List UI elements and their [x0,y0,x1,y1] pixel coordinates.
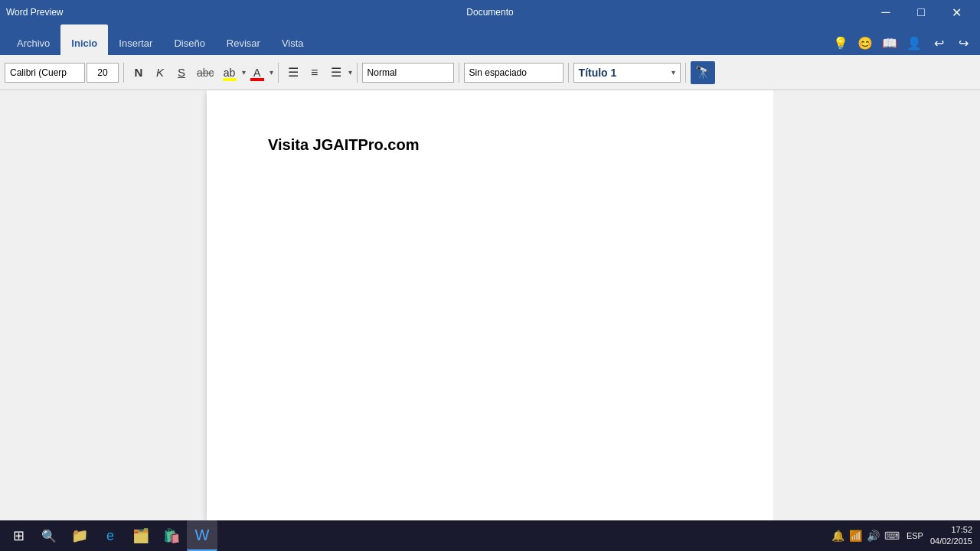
notification-icon[interactable]: 🔔 [831,530,844,542]
close-button[interactable]: ✕ [939,0,974,24]
emoji-icon[interactable]: 😊 [854,34,876,52]
lightbulb-icon[interactable]: 💡 [830,34,851,52]
separator-1 [123,63,124,83]
toolbar: N K S abc ab ▾ A ▾ ☰ ≡ ☰ ▾ Normal Sin es… [0,55,980,90]
align-dropdown-arrow[interactable]: ▾ [348,68,352,77]
underline-button[interactable]: S [172,63,191,83]
title-dropdown-arrow[interactable]: ▾ [671,68,675,77]
redo-icon[interactable]: ↪ [952,34,974,52]
font-name-input[interactable] [5,63,85,83]
right-margin [773,90,980,520]
highlight-dropdown-arrow[interactable]: ▾ [242,68,246,77]
tab-insertar[interactable]: Insertar [108,24,163,55]
tab-diseno[interactable]: Diseño [163,24,215,55]
taskbar-clock: 17:52 04/02/2015 [930,524,972,548]
clock-time: 17:52 [930,524,972,536]
start-button[interactable]: ⊞ [3,520,34,551]
separator-2 [278,63,279,83]
search-button[interactable]: 🔍 [34,520,64,551]
title-bar-left: Word Preview [6,7,63,18]
title-bar: Word Preview Documento ─ □ ✕ [0,0,980,24]
taskbar-file-explorer[interactable]: 📁 [64,520,95,551]
window-controls: ─ □ ✕ [868,0,974,24]
separator-5 [568,63,569,83]
numbered-list-button[interactable]: ≡ [305,63,325,83]
spacing-label: Sin espaciado [469,67,527,78]
bullet-list-button[interactable]: ☰ [283,63,303,83]
minimize-button[interactable]: ─ [868,0,903,24]
taskbar: ⊞ 🔍 📁 e 🗂️ 🛍️ W 🔔 📶 🔊 ⌨ ESP 17:52 04/02/… [0,520,980,551]
network-icon[interactable]: 📶 [849,530,862,542]
document-content[interactable]: Visita JGAITPro.com [268,136,712,154]
tab-archivo[interactable]: Archivo [6,24,60,55]
taskbar-folder[interactable]: 🗂️ [126,520,156,551]
taskbar-word[interactable]: W [187,520,217,551]
strikethrough-button[interactable]: abc [193,63,218,83]
italic-button[interactable]: K [150,63,170,83]
left-margin [0,90,207,520]
find-button[interactable]: 🔭 [691,61,715,84]
align-button[interactable]: ☰ [326,63,346,83]
tab-inicio[interactable]: Inicio [60,24,108,55]
font-size-input[interactable] [87,63,119,83]
keyboard-icon[interactable]: ⌨ [884,530,900,542]
volume-icon[interactable]: 🔊 [867,530,880,542]
separator-3 [357,63,358,83]
app-title: Word Preview [6,7,63,18]
language-badge[interactable]: ESP [904,530,926,541]
highlight-button[interactable]: ab [220,63,240,83]
share-icon[interactable]: 👤 [903,34,925,52]
title-style-dropdown[interactable]: Título 1 ▾ [573,63,681,83]
fontcolor-dropdown-arrow[interactable]: ▾ [270,68,273,77]
book-icon[interactable]: 📖 [879,34,900,52]
tab-revisar[interactable]: Revisar [216,24,271,55]
main-area: Visita JGAITPro.com [0,90,980,520]
ribbon-right-icons: 💡 😊 📖 👤 ↩ ↪ [830,34,974,55]
restore-button[interactable]: □ [903,0,939,24]
font-color-button[interactable]: A [247,63,267,83]
taskbar-ie[interactable]: e [95,520,126,551]
fontcolor-label: A [253,67,260,79]
undo-icon[interactable]: ↩ [928,34,949,52]
bold-button[interactable]: N [129,63,149,83]
style-dropdown[interactable]: Normal [362,63,454,83]
title-style-label: Título 1 [579,67,617,79]
highlight-color-bar [223,78,237,81]
highlight-label: ab [224,67,236,79]
tab-vista[interactable]: Vista [271,24,315,55]
style-label: Normal [368,67,397,78]
separator-6 [685,63,686,83]
taskbar-store[interactable]: 🛍️ [156,520,187,551]
separator-4 [459,63,459,83]
fontcolor-bar [250,78,264,81]
ribbon-tabs: Archivo Inicio Insertar Diseño Revisar V… [0,24,980,55]
doc-title: Documento [466,7,513,18]
spacing-dropdown[interactable]: Sin espaciado [464,63,564,83]
clock-date: 04/02/2015 [930,536,972,547]
taskbar-right: 🔔 📶 🔊 ⌨ ESP 17:52 04/02/2015 [831,524,977,548]
document-page[interactable]: Visita JGAITPro.com [207,90,773,520]
